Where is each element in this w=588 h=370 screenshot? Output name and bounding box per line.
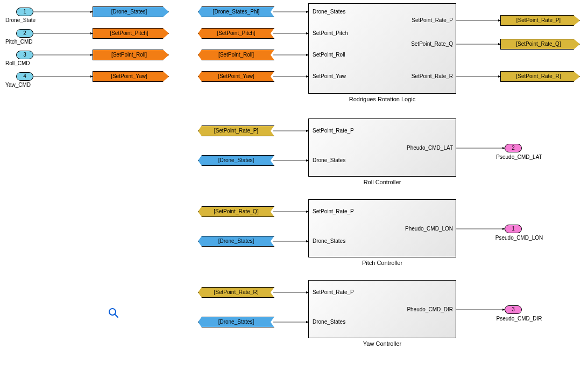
block-outport-label: SetPoint_Rate_Q <box>399 41 453 47</box>
inport-label: Pitch_CMD <box>5 39 33 45</box>
inport-drone_state[interactable]: 1 <box>16 8 33 16</box>
block-inport-label: SetPoint_Rate_P <box>313 208 354 214</box>
goto-tag[interactable]: [Drone_States] <box>93 6 169 17</box>
block-inport-label: SetPoint_Rate_P <box>313 289 354 295</box>
inport-label: Drone_State <box>5 17 36 23</box>
outport-pseudo_cmd_lon[interactable]: 1 <box>505 225 522 233</box>
rodrigues-rotation-logic-title: Rodrigues Rotation Logic <box>308 96 456 102</box>
goto-tag[interactable]: [SetPoint_Rate_R] <box>500 71 580 82</box>
from-tag[interactable]: [SetPoint_Rate_P] <box>198 125 274 136</box>
zoom-icon[interactable] <box>108 307 119 320</box>
block-outport-label: SetPoint_Rate_P <box>399 17 453 23</box>
block-outport-label: Pheudo_CMD_LAT <box>397 145 453 151</box>
block-inport-label: SetPoint_Rate_P <box>313 128 354 134</box>
outport-label: Pseudo_CMD_LAT <box>484 154 554 160</box>
block-inport-label: Drone_States <box>313 9 345 15</box>
from-tag[interactable]: [Drone_States] <box>198 155 274 166</box>
from-tag[interactable]: [Drone_States_Phi] <box>198 6 274 17</box>
block-title: Roll Controller <box>308 179 456 185</box>
outport-label: Pseudo_CMD_DIR <box>484 316 554 322</box>
from-tag[interactable]: [SetPoint_Rate_R] <box>198 287 274 298</box>
inport-roll_cmd[interactable]: 3 <box>16 51 33 59</box>
outport-pseudo_cmd_lat[interactable]: 2 <box>505 144 522 152</box>
block-title: Yaw Controller <box>308 340 456 347</box>
from-tag[interactable]: [SetPoint_Pitch] <box>198 28 274 39</box>
diagram-canvas: { "inports": [ { "num": "1", "label": "D… <box>0 0 588 370</box>
block-inport-label: Drone_States <box>313 157 345 163</box>
from-tag[interactable]: [SetPoint_Yaw] <box>198 71 274 82</box>
inport-label: Yaw_CMD <box>5 82 31 88</box>
outport-pseudo_cmd_dir[interactable]: 3 <box>505 305 522 314</box>
inport-yaw_cmd[interactable]: 4 <box>16 72 33 81</box>
block-inport-label: Drone_States <box>313 319 345 325</box>
inport-pitch_cmd[interactable]: 2 <box>16 29 33 38</box>
block-outport-label: Pheudo_CMD_DIR <box>397 306 453 312</box>
block-title: Pitch Controller <box>308 260 456 266</box>
from-tag[interactable]: [Drone_States] <box>198 236 274 247</box>
wiring <box>0 0 588 370</box>
from-tag[interactable]: [SetPoint_Rate_Q] <box>198 206 274 217</box>
from-tag[interactable]: [SetPoint_Roll] <box>198 50 274 60</box>
block-outport-label: Pheudo_CMD_LON <box>397 226 453 232</box>
goto-tag[interactable]: [SetPoint_Roll] <box>93 50 169 60</box>
block-outport-label: SetPoint_Rate_R <box>399 73 453 79</box>
goto-tag[interactable]: [SetPoint_Yaw] <box>93 71 169 82</box>
svg-line-22 <box>115 314 118 317</box>
goto-tag[interactable]: [SetPoint_Pitch] <box>93 28 169 39</box>
outport-label: Pseudo_CMD_LON <box>484 235 554 241</box>
from-tag[interactable]: [Drone_States] <box>198 317 274 327</box>
block-inport-label: SetPoint_Roll <box>313 52 345 58</box>
block-inport-label: SetPoint_Pitch <box>313 30 348 36</box>
inport-label: Roll_CMD <box>5 60 30 66</box>
goto-tag[interactable]: [SetPoint_Rate_Q] <box>500 39 580 50</box>
block-inport-label: SetPoint_Yaw <box>313 73 346 79</box>
goto-tag[interactable]: [SetPoint_Rate_P] <box>500 15 580 26</box>
block-inport-label: Drone_States <box>313 238 345 244</box>
